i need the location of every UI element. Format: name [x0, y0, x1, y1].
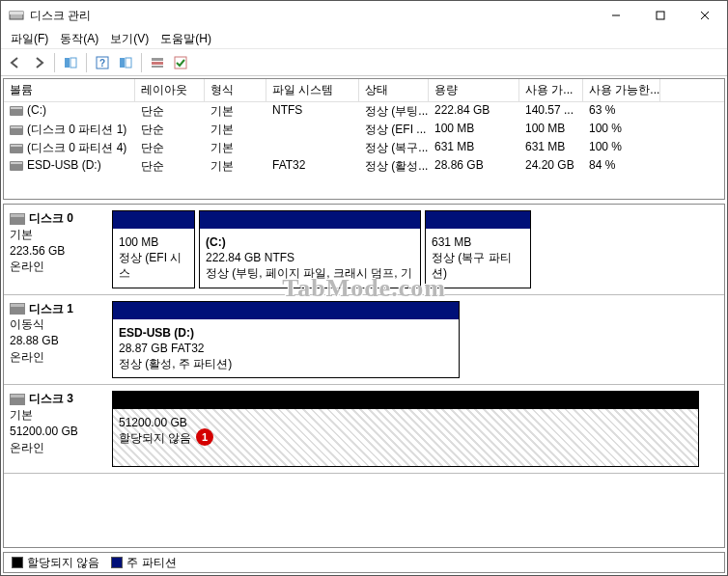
volume-grid[interactable]: 볼륨 레이아웃 형식 파일 시스템 상태 용량 사용 가... 사용 가능한..… — [3, 78, 725, 200]
list-icon[interactable] — [147, 52, 168, 73]
help-icon[interactable]: ? — [92, 52, 113, 73]
header-filesystem[interactable]: 파일 시스템 — [266, 79, 359, 101]
table-row[interactable]: ESD-USB (D:)단순기본FAT32정상 (활성...28.86 GB24… — [4, 157, 724, 176]
back-button[interactable] — [5, 52, 26, 73]
toolbar: ? — [1, 49, 727, 76]
svg-rect-6 — [65, 58, 70, 68]
disk-row: 디스크 1이동식28.88 GB온라인ESD-USB (D:)28.87 GB … — [4, 295, 724, 386]
header-free[interactable]: 사용 가... — [519, 79, 583, 101]
grid-header: 볼륨 레이아웃 형식 파일 시스템 상태 용량 사용 가... 사용 가능한..… — [4, 79, 724, 102]
partition[interactable]: 631 MB정상 (복구 파티션) — [425, 210, 531, 288]
menu-action[interactable]: 동작(A) — [54, 29, 104, 49]
header-volume[interactable]: 볼륨 — [4, 79, 135, 101]
view-icon[interactable] — [60, 52, 81, 73]
minimize-button[interactable] — [594, 1, 638, 30]
svg-rect-14 — [152, 66, 163, 68]
disk-row: 디스크 3기본51200.00 GB온라인51200.00 GB할당되지 않음1 — [4, 385, 724, 474]
partition-container: ESD-USB (D:)28.87 GB FAT32정상 (활성, 주 파티션) — [112, 301, 718, 379]
svg-rect-10 — [120, 58, 125, 68]
partition-container: 100 MB정상 (EFI 시스(C:)222.84 GB NTFS정상 (부팅… — [112, 210, 718, 288]
grid-body: (C:)단순기본NTFS정상 (부팅...222.84 GB140.57 ...… — [4, 102, 724, 176]
menu-file[interactable]: 파일(F) — [5, 29, 54, 49]
disk-label: 디스크 3기본51200.00 GB온라인 — [10, 391, 106, 467]
header-type[interactable]: 형식 — [205, 79, 266, 101]
app-icon — [9, 8, 24, 23]
check-icon[interactable] — [170, 52, 191, 73]
table-row[interactable]: (디스크 0 파티션 1)단순기본정상 (EFI ...100 MB100 MB… — [4, 121, 724, 139]
forward-button[interactable] — [28, 52, 49, 73]
close-button[interactable] — [683, 1, 727, 30]
legend: 할당되지 않음 주 파티션 — [3, 552, 725, 573]
table-row[interactable]: (디스크 0 파티션 4)단순기본정상 (복구...631 MB631 MB10… — [4, 139, 724, 157]
header-layout[interactable]: 레이아웃 — [135, 79, 205, 101]
disk-row: 디스크 0기본223.56 GB온라인100 MB정상 (EFI 시스(C:)2… — [4, 205, 724, 295]
annotation-badge: 1 — [196, 428, 213, 446]
menu-view[interactable]: 보기(V) — [104, 29, 154, 49]
partition-container: 51200.00 GB할당되지 않음1 — [112, 391, 718, 467]
disk-map-panel: 디스크 0기본223.56 GB온라인100 MB정상 (EFI 시스(C:)2… — [3, 204, 725, 548]
window-controls — [594, 1, 727, 30]
svg-rect-13 — [152, 62, 163, 65]
partition[interactable]: (C:)222.84 GB NTFS정상 (부팅, 페이지 파일, 크래시 덤프… — [199, 210, 421, 288]
header-percent[interactable]: 사용 가능한... — [583, 79, 660, 101]
partition[interactable]: 51200.00 GB할당되지 않음1 — [112, 391, 699, 467]
svg-rect-11 — [126, 58, 131, 68]
titlebar: 디스크 관리 — [1, 1, 727, 30]
menu-help[interactable]: 도움말(H) — [154, 29, 217, 49]
header-status[interactable]: 상태 — [359, 79, 429, 101]
menubar: 파일(F) 동작(A) 보기(V) 도움말(H) — [1, 30, 727, 49]
disk-label: 디스크 1이동식28.88 GB온라인 — [10, 301, 106, 379]
legend-unallocated: 할당되지 않음 — [12, 555, 99, 571]
svg-text:?: ? — [99, 58, 105, 69]
legend-primary: 주 파티션 — [111, 555, 176, 571]
svg-rect-15 — [175, 57, 186, 69]
svg-rect-7 — [70, 58, 76, 68]
disk-label: 디스크 0기본223.56 GB온라인 — [10, 210, 106, 288]
header-capacity[interactable]: 용량 — [429, 79, 519, 101]
maximize-button[interactable] — [638, 1, 683, 30]
partition[interactable]: ESD-USB (D:)28.87 GB FAT32정상 (활성, 주 파티션) — [112, 301, 460, 379]
svg-rect-1 — [10, 12, 23, 14]
svg-rect-3 — [657, 12, 664, 19]
refresh-icon[interactable] — [115, 52, 136, 73]
svg-rect-12 — [152, 58, 163, 61]
table-row[interactable]: (C:)단순기본NTFS정상 (부팅...222.84 GB140.57 ...… — [4, 102, 724, 121]
window-title: 디스크 관리 — [30, 8, 594, 24]
partition[interactable]: 100 MB정상 (EFI 시스 — [112, 210, 195, 288]
disk-panes[interactable]: 디스크 0기본223.56 GB온라인100 MB정상 (EFI 시스(C:)2… — [4, 205, 724, 547]
